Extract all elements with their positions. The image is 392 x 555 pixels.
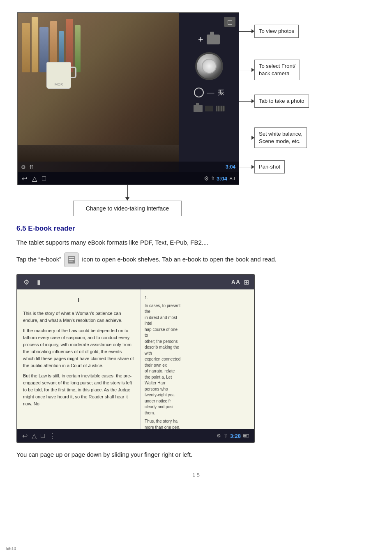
annotation-white-balance: Set white balance,Scene mode, etc. bbox=[239, 127, 307, 148]
wb-dash: — bbox=[207, 88, 214, 97]
para2-suffix: icon to open e-book shelves. Tab an e-bo… bbox=[82, 256, 277, 263]
ebook-right-p8: of narrato, relate bbox=[145, 368, 182, 375]
ebook-right-p1: 1. bbox=[145, 295, 182, 301]
annotation-front-back: To select Front/back camera bbox=[239, 60, 300, 80]
ebook-recent-icon: □ bbox=[41, 432, 45, 439]
wb-circle-icon bbox=[194, 88, 204, 97]
ebook-home-icon: △ bbox=[32, 432, 37, 440]
shutter-button[interactable] bbox=[195, 52, 223, 80]
annotation-view-photos: To view photos bbox=[239, 25, 299, 38]
settings-bar: ⚙ ⇈ 3:04 bbox=[18, 162, 239, 172]
ann-label-take-photo: Tab to take a photo bbox=[254, 95, 309, 108]
ann-arrow-5 bbox=[251, 165, 254, 169]
thumbnail-icon: ◫ bbox=[224, 17, 235, 27]
ebook-right-p14: Thus, the story ha bbox=[145, 419, 182, 425]
ebook-svg-icon bbox=[67, 255, 76, 264]
page-container: MOX ◫ + bbox=[0, 0, 392, 495]
status-right: ⚙ ⇧ 3:04 bbox=[204, 175, 235, 182]
ebook-icon bbox=[64, 252, 79, 267]
camera-controls-panel: ◫ + — 振 bbox=[179, 13, 239, 185]
ebook-gear-icon2: ⚙ bbox=[217, 433, 221, 439]
wifi-icon: ⇧ bbox=[211, 176, 215, 181]
body-para2: Tap the “e-book” icon to open e-book she… bbox=[16, 252, 376, 267]
ebook-status-right: ⚙ ⇧ 3:28 bbox=[217, 433, 249, 439]
svg-rect-1 bbox=[69, 257, 74, 258]
ebook-time-display: 3:28 bbox=[230, 433, 241, 439]
plus-icon: + bbox=[198, 34, 203, 45]
ebook-nav-icons: ↩ △ □ ⋮ bbox=[22, 432, 55, 440]
ebook-signal-icon: ⇧ bbox=[224, 433, 228, 439]
nav-icons: ↩ △ □ bbox=[22, 175, 46, 183]
down-arrowhead bbox=[125, 197, 129, 201]
camera-statusbar: ↩ △ □ ⚙ ⇧ 3:04 bbox=[18, 172, 239, 185]
ebook-bookmark-icon: ▮ bbox=[35, 278, 43, 286]
change-video-section: Change to video-taking Interface bbox=[16, 185, 238, 216]
ebook-right-p4: hap course of one to bbox=[145, 327, 182, 339]
ann-label-front-back: To select Front/back camera bbox=[254, 60, 300, 80]
annotation-labels: To view photos To select Front/back came… bbox=[239, 12, 375, 185]
ebook-right-p5: other; the persons bbox=[145, 339, 182, 345]
ebook-grid-icon: ⊞ bbox=[244, 278, 249, 286]
battery-icon bbox=[229, 177, 235, 180]
ann-line-4 bbox=[239, 138, 251, 138]
gear-icon: ⚙ bbox=[21, 164, 26, 170]
camera-diagram-wrapper: MOX ◫ + bbox=[17, 12, 375, 185]
camera-top-icons: ◫ bbox=[224, 17, 235, 27]
mode-row bbox=[194, 105, 225, 112]
ebook-right-p9: the point a, Let Walter Harr bbox=[145, 375, 182, 386]
ebook-right-p6: describ making the with bbox=[145, 345, 182, 356]
ann-line-1 bbox=[239, 31, 251, 32]
ebook-right-col1: 1. In cases, to present the in direct an… bbox=[145, 295, 182, 429]
annotation-pan-shot: Pan-shot bbox=[239, 160, 285, 173]
ebook-right-p13: them. bbox=[145, 410, 182, 416]
ebook-right-p7: experien connected their own ex bbox=[145, 356, 182, 368]
wb-kanji-icon: 振 bbox=[218, 88, 224, 97]
camera-screen: MOX ◫ + bbox=[17, 12, 239, 185]
para2-prefix: Tap the “e-book” bbox=[16, 256, 61, 263]
ebook-topbar-right: AA ⊞ bbox=[231, 278, 249, 286]
bottom-text: You can page up or page down by sliding … bbox=[16, 450, 376, 460]
svg-rect-3 bbox=[69, 261, 73, 261]
ann-arrow-3 bbox=[251, 99, 254, 103]
vertical-line bbox=[127, 185, 128, 197]
recent-icon: □ bbox=[42, 175, 46, 182]
ann-arrow-4 bbox=[251, 136, 254, 140]
ebook-battery-icon bbox=[243, 434, 249, 437]
ebook-right-p15: more than one pen, bbox=[145, 425, 182, 430]
ebook-screenshot: ⚙ ▮ AA ⊞ I This is the story of what a W… bbox=[16, 274, 255, 443]
ann-label-pan-shot: Pan-shot bbox=[254, 160, 285, 173]
ebook-menu-icon: ⋮ bbox=[49, 432, 55, 440]
ebook-left-text: This is the story of what a Woman's pati… bbox=[23, 310, 134, 324]
clock-display: 3:04 bbox=[217, 176, 227, 182]
change-video-label: Change to video-taking Interface bbox=[73, 201, 182, 216]
ebook-aa-label: AA bbox=[231, 279, 240, 285]
ebook-gear-icon: ⚙ bbox=[22, 278, 30, 286]
ann-arrow-1 bbox=[251, 29, 254, 33]
section-heading: 6.5 E-book reader bbox=[16, 224, 376, 233]
svg-rect-2 bbox=[69, 259, 74, 260]
ebook-left-text2: If the machinery of the Law could be dep… bbox=[23, 327, 134, 369]
ebook-topbar: ⚙ ▮ AA ⊞ bbox=[17, 275, 254, 289]
ann-label-white-balance: Set white balance,Scene mode, etc. bbox=[254, 127, 307, 148]
ann-line-2 bbox=[239, 70, 251, 70]
ebook-right-page: 1. In cases, to present the in direct an… bbox=[141, 289, 254, 429]
ebook-right-p12: clearly and posi bbox=[145, 404, 182, 410]
ebook-left-text3: But the Law is still, in certain inevita… bbox=[23, 372, 134, 407]
settings-icons: ⚙ ⇈ bbox=[21, 164, 34, 170]
shutter-inner bbox=[202, 59, 217, 74]
ebook-topbar-left-icons: ⚙ ▮ bbox=[22, 278, 43, 286]
body-para1: The tablet supports many eBook formats l… bbox=[16, 238, 376, 247]
ann-line-3 bbox=[239, 101, 251, 102]
ebook-right-p11: under notice fr bbox=[145, 398, 182, 405]
ebook-right-p10: persons who twenty-eight yea bbox=[145, 386, 182, 398]
gear-status-icon: ⚙ bbox=[204, 175, 209, 182]
signal-icon: ⇈ bbox=[29, 164, 34, 170]
page-number: 1 5 bbox=[16, 472, 376, 478]
annotation-take-photo: Tab to take a photo bbox=[239, 95, 309, 108]
status-time: 3:04 bbox=[226, 164, 235, 170]
front-back-row: + bbox=[198, 34, 220, 45]
ebook-left-page: I This is the story of what a Woman's pa… bbox=[17, 289, 141, 429]
ebook-content-area: I This is the story of what a Woman's pa… bbox=[17, 289, 254, 429]
ebook-right-text-area: 1. In cases, to present the in direct an… bbox=[145, 295, 250, 423]
ebook-statusbar: ↩ △ □ ⋮ ⚙ ⇧ 3:28 bbox=[17, 429, 254, 442]
